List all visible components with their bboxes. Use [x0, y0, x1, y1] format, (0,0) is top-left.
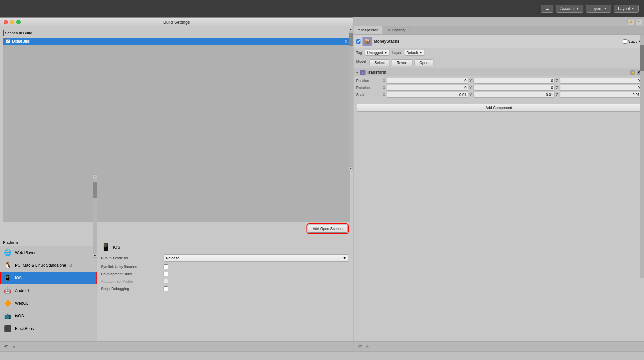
transform-fields: Position X Y Z	[353, 76, 644, 100]
layer-value: Default	[406, 51, 418, 55]
run-in-xcode-row: Run in Xcode as Release ▼	[101, 254, 349, 262]
standalone-icon: 🐧	[3, 261, 12, 270]
platform-config: 📱 iOS Run in Xcode as Release ▼ Symlink …	[97, 238, 353, 345]
tab-lighting[interactable]: ☀ Lighting	[383, 26, 410, 34]
menu-icon-button[interactable]: ≡	[635, 18, 642, 25]
layer-dropdown[interactable]: Default ▼	[404, 50, 425, 56]
scene-name: DollarBills	[12, 39, 345, 44]
layout-button[interactable]: Layout ▼	[614, 5, 639, 13]
position-axis-group: X Y Z	[383, 78, 641, 84]
autoconnect-checkbox[interactable]	[164, 279, 168, 284]
platform-item-webplayer[interactable]: 🌐 Web Player	[0, 246, 97, 259]
right-panel: 🔒 ≡ ≡ Inspector ☀ Lighting 📦 MoneyStacks…	[353, 17, 644, 360]
platform-item-standalone[interactable]: 🐧 PC, Mac & Linux Standalone ◁	[0, 259, 97, 272]
platform-name-android: Android	[15, 288, 29, 293]
development-build-row: Development Build	[101, 272, 349, 276]
transform-position-row: Position X Y Z	[356, 78, 641, 84]
main-scrollbar-thumb[interactable]	[349, 33, 353, 46]
transform-collapse-icon: ▼	[355, 71, 359, 74]
model-revert-button[interactable]: Revert	[392, 59, 412, 66]
tvos-icon: 📺	[3, 311, 12, 321]
scene-checkbox[interactable]: ✓	[6, 39, 10, 43]
inspector-bottom-bar: 🏷 ★	[353, 341, 644, 351]
static-checkbox[interactable]	[623, 39, 627, 44]
platform-name-tvos: tvOS	[15, 314, 24, 318]
script-debug-row: Script Debugging	[101, 286, 349, 291]
scene-item[interactable]: ✓ DollarBills 0	[3, 38, 350, 45]
transform-scale-row: Scale X Y Z	[356, 92, 641, 98]
position-z-group: Z	[556, 78, 641, 84]
cloud-button[interactable]: ☁	[541, 5, 553, 13]
build-settings-window: Build Settings Scenes In Build ✓ DollarB…	[0, 17, 353, 360]
model-select-button[interactable]: Select	[369, 59, 390, 66]
platform-item-blackberry[interactable]: ⬛ BlackBerry	[0, 322, 97, 335]
platform-item-android[interactable]: 🤖 Android	[0, 284, 97, 297]
tab-inspector[interactable]: ≡ Inspector	[353, 26, 383, 34]
rotation-y-label: Y	[469, 86, 473, 90]
add-open-scenes-button[interactable]: Add Open Scenes	[308, 225, 347, 233]
position-x-input[interactable]	[387, 78, 468, 84]
object-active-checkbox[interactable]	[356, 39, 360, 44]
close-button[interactable]	[4, 20, 8, 24]
rotation-label: Rotation	[356, 86, 383, 90]
status-bar	[0, 351, 644, 360]
inspector-tab-label: Inspector	[361, 28, 378, 32]
window-titlebar: Build Settings	[0, 18, 353, 27]
bottom-tabs: 🏷 ★	[0, 341, 353, 351]
lock-icon-button[interactable]: 🔒	[627, 18, 634, 25]
position-z-label: Z	[556, 79, 559, 83]
transform-section: ▼ ⤢ Transform 🔒 ⚙ Position X	[353, 68, 644, 100]
rotation-z-input[interactable]	[560, 85, 641, 91]
rotation-axis-group: X Y Z	[383, 85, 641, 91]
account-button[interactable]: Account ▼	[556, 5, 583, 13]
top-bar: ☁ Account ▼ Layers ▼ Layout ▼	[0, 0, 644, 17]
transform-icon: ⤢	[360, 70, 365, 75]
platform-label: Platform	[0, 238, 97, 246]
scroll-up-arrow[interactable]: ▲	[349, 27, 353, 31]
scale-z-input[interactable]	[560, 92, 641, 98]
transform-lock-icon[interactable]: 🔒	[630, 70, 635, 75]
rotation-z-label: Z	[556, 86, 559, 90]
script-debug-checkbox[interactable]	[164, 286, 168, 291]
symlink-checkbox[interactable]	[164, 264, 168, 269]
bottom-star-icon[interactable]: ★	[11, 343, 17, 350]
lighting-tab-label: Lighting	[392, 28, 405, 32]
bottom-tag-icon[interactable]: 🏷	[3, 343, 9, 350]
rotation-y-input[interactable]	[473, 85, 555, 91]
tag-icon-button[interactable]: 🏷	[356, 343, 363, 350]
scale-y-input[interactable]	[473, 92, 555, 98]
position-y-input[interactable]	[473, 78, 555, 84]
tag-dropdown[interactable]: Untagged ▼	[365, 50, 390, 56]
layers-button[interactable]: Layers ▼	[586, 5, 611, 13]
maximize-button[interactable]	[16, 20, 21, 24]
star-icon-button[interactable]: ★	[364, 343, 371, 350]
platform-item-webgl[interactable]: 🔶 WebGL	[0, 297, 97, 310]
minimize-button[interactable]	[10, 20, 14, 24]
layout-label: Layout	[618, 6, 630, 11]
inspector-scrollbar-thumb[interactable]	[640, 45, 644, 71]
add-component-button[interactable]: Add Component	[356, 104, 641, 112]
platform-item-ios[interactable]: 📱 iOS	[0, 272, 97, 284]
run-in-xcode-label: Run in Xcode as	[101, 256, 161, 260]
model-open-button[interactable]: Open	[414, 59, 433, 66]
webplayer-icon: 🌐	[3, 248, 12, 257]
account-arrow-icon: ▼	[576, 7, 579, 10]
scale-y-label: Y	[469, 93, 473, 97]
development-build-checkbox[interactable]	[164, 272, 168, 276]
position-y-group: Y	[469, 78, 555, 84]
scale-x-input[interactable]	[387, 92, 468, 98]
run-in-xcode-select[interactable]: Release ▼	[164, 254, 349, 262]
scroll-down-arrow[interactable]: ▼	[349, 166, 353, 170]
rotation-x-label: X	[383, 86, 386, 90]
platform-item-tvos[interactable]: 📺 tvOS	[0, 310, 97, 322]
scale-z-label: Z	[556, 93, 559, 97]
inspector-tabs: ≡ Inspector ☀ Lighting	[353, 26, 644, 35]
platform-list-container: Platform 🌐 Web Player 🐧 PC, Mac & Linux …	[0, 238, 97, 345]
rotation-x-input[interactable]	[387, 85, 468, 91]
scale-y-group: Y	[469, 92, 555, 98]
transform-header[interactable]: ▼ ⤢ Transform 🔒 ⚙	[353, 68, 644, 76]
transform-rotation-row: Rotation X Y Z	[356, 85, 641, 91]
development-build-label: Development Build	[101, 272, 161, 276]
position-z-input[interactable]	[560, 78, 641, 84]
platform-scroll-down[interactable]: ▼	[93, 254, 97, 258]
